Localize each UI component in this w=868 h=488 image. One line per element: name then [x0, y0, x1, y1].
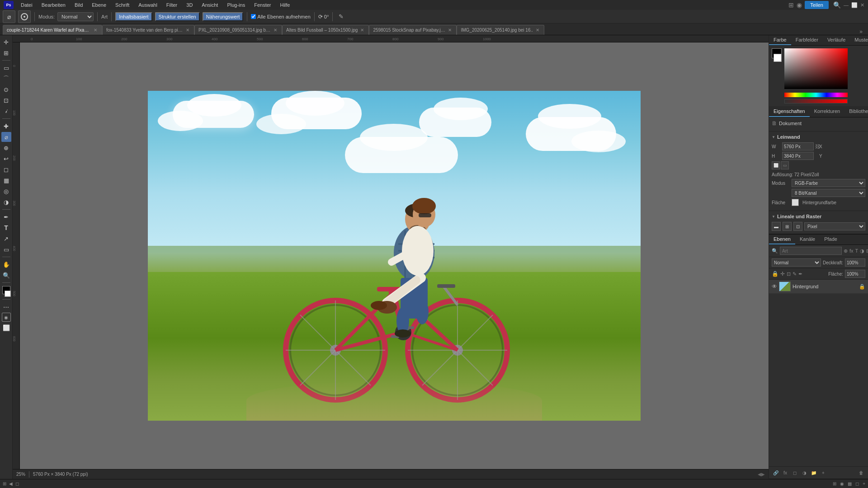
menu-datei[interactable]: Datei [17, 1, 36, 9]
layer-tool-fx[interactable]: fx [781, 469, 789, 477]
layer-lock-icon[interactable]: 🔒 [859, 284, 865, 290]
landscape-btn[interactable]: ▭ [781, 161, 789, 169]
layer-vis-icon[interactable]: 👁 [772, 283, 777, 290]
canvas-h-input[interactable] [782, 152, 814, 160]
blur-tool[interactable]: ◎ [1, 186, 11, 196]
eraser-tool[interactable]: ◻ [1, 164, 11, 174]
fill-input[interactable] [845, 270, 865, 278]
menu-bearbeiten[interactable]: Bearbeiten [38, 1, 69, 9]
layer-item-hintergrund[interactable]: 👁 Hintergrund 🔒 [769, 280, 868, 294]
brush-size-indicator[interactable] [18, 10, 31, 23]
brush-tool active[interactable]: ⌀ [1, 132, 11, 142]
bg-color-swatch[interactable] [774, 54, 782, 62]
tab-2-close[interactable]: ✕ [273, 28, 278, 33]
inhaltsbasiert-btn[interactable]: Inhaltsbasiert [115, 12, 152, 21]
marquee-tool[interactable]: ▭ [1, 63, 11, 73]
tab-2[interactable]: PXL_20210908_095051314.jpg bei... ✕ [194, 25, 282, 35]
menu-filter[interactable]: Filter [163, 1, 181, 9]
healing-tool[interactable]: ✚ [1, 121, 11, 131]
bottom-btn-1[interactable]: ◀ [9, 481, 13, 486]
quick-select-tool[interactable]: ⊙ [1, 84, 11, 94]
layer-tool-group[interactable]: 📁 [810, 469, 818, 477]
move-tool[interactable]: ✛ [1, 37, 11, 47]
move-icon[interactable]: ✛ [780, 271, 785, 277]
bottom-icon-5[interactable]: + [863, 481, 865, 486]
tab-3-close[interactable]: ✕ [359, 28, 365, 33]
layer-tool-adj[interactable]: ◑ [800, 469, 808, 477]
canvas-section-header[interactable]: ▼ Leinwand [772, 134, 865, 140]
menu-bild[interactable]: Bild [71, 1, 86, 9]
tab-1-close[interactable]: ✕ [185, 28, 190, 33]
share-button[interactable]: Teilen [805, 1, 829, 9]
lock-icon-1[interactable]: 🔒 [772, 271, 778, 277]
layers-icon-mask[interactable]: T [855, 247, 859, 255]
menu-auswahl[interactable]: Auswahl [135, 1, 161, 9]
ruler-icon-3[interactable]: ⊡ [793, 222, 802, 231]
tabs-overflow-btn[interactable]: » [857, 28, 865, 35]
color-tab-farbfelder[interactable]: Farbfelder [791, 35, 823, 45]
bottom-icon-4[interactable]: ◻ [855, 481, 859, 486]
layers-icon-add[interactable]: ⊕ [844, 247, 848, 255]
props-tab-korrekturen[interactable]: Korrekturen [810, 106, 844, 117]
background-color[interactable] [5, 291, 11, 297]
artboard-tool[interactable]: ⊞ [1, 48, 11, 58]
eyedropper-tool[interactable]: 𝒾 [1, 106, 11, 116]
timeline-icon[interactable]: ⊞ [3, 481, 6, 486]
chain-icon[interactable]: ⛓ [815, 144, 818, 149]
alpha-slider[interactable] [784, 99, 848, 103]
zoom-tool[interactable]: 🔍 [1, 270, 11, 280]
opacity-input[interactable] [845, 258, 865, 267]
transform-icon[interactable]: ⊡ [787, 271, 791, 277]
tab-4-close[interactable]: ✕ [447, 28, 453, 33]
tab-0-close[interactable]: ✕ [93, 28, 98, 33]
ruler-unit-select[interactable]: Pixel [804, 222, 865, 230]
canvas-area[interactable] [20, 42, 769, 469]
tab-1[interactable]: fox-1540833 Yvette van den Berg pixabay.… [102, 25, 194, 35]
tab-0[interactable]: couple-1718244 Karen Warfel auf Pixabay.… [3, 25, 102, 35]
path-select-tool[interactable]: ↗ [1, 234, 11, 244]
layer-tool-delete[interactable]: 🗑 [857, 469, 865, 477]
bottom-icon-3[interactable]: ▦ [848, 481, 852, 486]
color-tab-muster[interactable]: Muster [850, 35, 868, 45]
brush-icon-layer[interactable]: ✎ [793, 271, 797, 277]
menu-ansicht[interactable]: Ansicht [198, 1, 222, 9]
ruler-section-header[interactable]: ▼ Lineale und Raster [772, 214, 865, 219]
dodge-tool[interactable]: ◑ [1, 197, 11, 207]
struktur-btn[interactable]: Struktur erstellen [155, 12, 200, 21]
props-tab-bibliotheken[interactable]: Bibliotheken [844, 106, 868, 117]
tab-3[interactable]: Altes Bild Fussball – 1050x1500.jpg ✕ [282, 25, 369, 35]
props-tab-eigenschaften[interactable]: Eigenschaften [769, 106, 810, 117]
ruler-icon-2[interactable]: ⊞ [783, 222, 792, 231]
clone-source-btn[interactable]: ✎ [336, 12, 345, 21]
menu-ebene[interactable]: Ebene [88, 1, 110, 9]
depth-select[interactable]: 8 Bit/Kanal [792, 189, 865, 197]
gradient-tool[interactable]: ▦ [1, 175, 11, 185]
screen-mode[interactable]: ⬜ [1, 323, 11, 333]
layers-icon-fx[interactable]: fx [849, 247, 854, 255]
tab-5-close[interactable]: ✕ [535, 28, 540, 33]
vector-icon[interactable]: ✒ [798, 271, 802, 277]
bottom-icon-1[interactable]: ⊞ [833, 481, 836, 486]
layers-tab-pfade[interactable]: Pfade [820, 235, 842, 244]
canvas-w-input[interactable] [782, 142, 814, 150]
portrait-btn[interactable]: ⬜ [772, 161, 780, 169]
text-tool[interactable]: T [1, 223, 11, 233]
layer-tool-add[interactable]: + [819, 469, 827, 477]
color-tab-farbe[interactable]: Farbe [769, 35, 791, 45]
pen-tool[interactable]: ✒ [1, 212, 11, 222]
layers-search-input[interactable] [780, 247, 842, 255]
workspace-icon[interactable]: ⊞ ◉ Teilen 🔍 — ⬜ ✕ [788, 1, 864, 9]
naherungswert-btn[interactable]: Näherungswert [203, 12, 244, 21]
menu-3d[interactable]: 3D [183, 1, 196, 9]
quick-mask[interactable]: ◉ [2, 313, 11, 322]
tool-icon-current[interactable]: ⌀ [3, 10, 15, 23]
blend-mode-select[interactable]: Normal [772, 258, 821, 267]
menu-schrift[interactable]: Schrift [112, 1, 133, 9]
color-tab-verlaufe[interactable]: Verläufe [823, 35, 850, 45]
alle-ebenen-checkbox[interactable]: Alle Ebenen aufnehmen [251, 14, 310, 19]
tab-5[interactable]: IMG_20200625_205140.jpg bei 16.. ✕ [457, 25, 544, 35]
layer-tool-link[interactable]: 🔗 [772, 469, 780, 477]
layers-icon-adj[interactable]: ◑ [860, 247, 864, 255]
hand-tool[interactable]: ✋ [1, 259, 11, 269]
layers-tab-ebenen[interactable]: Ebenen [769, 235, 795, 244]
